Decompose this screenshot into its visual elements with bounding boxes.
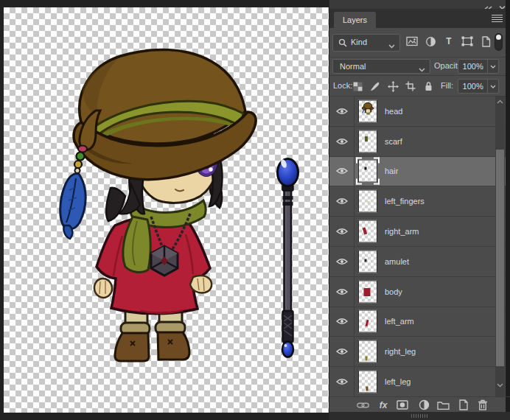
- eye-icon: [336, 378, 348, 385]
- visibility-toggle[interactable]: [329, 307, 354, 337]
- layer-name[interactable]: hair: [385, 167, 398, 175]
- scrollbar-thumb[interactable]: [496, 150, 504, 366]
- eye-icon: [336, 318, 348, 325]
- lock-label: Lock:: [333, 81, 352, 90]
- layer-row[interactable]: left_leg: [329, 367, 510, 396]
- new-group-icon[interactable]: [436, 399, 450, 411]
- panel-menu-icon[interactable]: [492, 15, 503, 24]
- layer-thumbnail[interactable]: [358, 220, 377, 243]
- visibility-toggle[interactable]: [329, 127, 354, 156]
- selection-bracket: [374, 179, 380, 185]
- panel-resize-bar[interactable]: [329, 412, 510, 420]
- panel-tab-bar: Layers: [329, 9, 510, 28]
- layer-row[interactable]: left_arm: [329, 307, 510, 337]
- layer-thumbnail[interactable]: [358, 160, 377, 183]
- layer-row[interactable]: right_leg: [329, 337, 510, 367]
- layer-list: head scarf hair: [329, 97, 510, 396]
- scroll-down-icon[interactable]: [495, 380, 505, 391]
- layer-row[interactable]: scarf: [329, 127, 510, 157]
- layer-name[interactable]: amulet: [385, 257, 409, 266]
- new-layer-icon[interactable]: [456, 399, 469, 411]
- delete-layer-icon[interactable]: [476, 399, 489, 411]
- pixel-layer-filter-icon[interactable]: [406, 35, 418, 47]
- thumb-mark: [366, 386, 368, 391]
- layer-name[interactable]: left_fingers: [385, 197, 425, 206]
- layer-thumbnail[interactable]: [358, 130, 377, 153]
- visibility-toggle[interactable]: [329, 367, 354, 396]
- thumb-mark: [365, 136, 368, 141]
- layer-mask-icon[interactable]: [396, 399, 409, 411]
- chevron-down-icon: [388, 41, 395, 50]
- layer-name[interactable]: head: [385, 107, 402, 116]
- visibility-toggle[interactable]: [329, 186, 354, 216]
- layer-thumbnail[interactable]: [358, 371, 377, 393]
- layer-row[interactable]: right_arm: [329, 217, 510, 247]
- visibility-toggle[interactable]: [329, 217, 354, 246]
- thumb-mark: [363, 227, 368, 234]
- selection-bracket: [374, 158, 380, 164]
- layer-name[interactable]: right_leg: [385, 347, 416, 356]
- lock-row: Lock: Fill: 100%: [329, 76, 510, 97]
- layer-name[interactable]: right_arm: [385, 227, 419, 236]
- layer-thumbnail[interactable]: [358, 280, 377, 303]
- thumb-mark: [364, 288, 371, 296]
- eye-icon: [336, 108, 348, 115]
- layers-panel-footer: fx: [329, 396, 510, 412]
- smart-object-filter-icon[interactable]: [480, 35, 492, 47]
- filter-kind-dropdown[interactable]: Kind: [332, 34, 400, 52]
- selection-bracket: [356, 179, 362, 185]
- eye-icon: [336, 197, 348, 205]
- layer-thumbnail[interactable]: [358, 340, 377, 363]
- blend-mode-dropdown[interactable]: Normal: [332, 59, 430, 74]
- thumb-mark: [365, 259, 367, 262]
- shape-layer-filter-icon[interactable]: [461, 35, 473, 47]
- layer-thumbnail[interactable]: [358, 310, 377, 333]
- link-layers-icon[interactable]: [356, 399, 369, 411]
- opacity-input[interactable]: 100%: [458, 59, 499, 74]
- layer-row[interactable]: hair: [329, 157, 510, 187]
- transparency-checkerboard[interactable]: [4, 7, 329, 413]
- visibility-toggle[interactable]: [329, 337, 354, 366]
- layer-name[interactable]: body: [385, 287, 402, 296]
- eye-icon: [336, 288, 348, 295]
- fill-label: Fill:: [441, 81, 453, 90]
- chevron-down-icon[interactable]: [487, 80, 498, 93]
- visibility-toggle[interactable]: [329, 97, 354, 126]
- fill-input[interactable]: 100%: [458, 79, 499, 94]
- character-artwork[interactable]: [4, 7, 329, 413]
- staff-graphic: [278, 158, 298, 357]
- layer-thumbnail[interactable]: [358, 190, 377, 213]
- layer-name[interactable]: left_leg: [385, 377, 411, 386]
- layer-name[interactable]: scarf: [385, 137, 402, 146]
- visibility-toggle[interactable]: [329, 157, 354, 186]
- layer-style-icon[interactable]: fx: [377, 399, 390, 411]
- layer-filter-row: Kind T: [329, 28, 510, 57]
- layer-thumbnail[interactable]: [358, 250, 377, 273]
- visibility-toggle[interactable]: [329, 247, 354, 276]
- layer-filter-toggle[interactable]: [495, 33, 503, 51]
- type-layer-filter-icon[interactable]: T: [443, 35, 455, 47]
- resize-grip[interactable]: [411, 414, 427, 418]
- layer-row[interactable]: head: [329, 97, 510, 127]
- search-icon: [338, 38, 347, 49]
- lock-position-icon[interactable]: [387, 80, 399, 92]
- visibility-toggle[interactable]: [329, 277, 354, 307]
- lock-all-icon[interactable]: [422, 80, 434, 92]
- lock-transparent-pixels-icon[interactable]: [352, 80, 363, 92]
- chevron-down-icon[interactable]: [487, 60, 498, 73]
- adjustment-layer-filter-icon[interactable]: [425, 35, 436, 47]
- layer-thumbnail[interactable]: [358, 99, 377, 122]
- lock-artboard-icon[interactable]: [405, 80, 416, 92]
- opacity-value[interactable]: 100%: [458, 60, 487, 73]
- layer-row[interactable]: amulet: [329, 247, 510, 277]
- layer-list-scrollbar[interactable]: [495, 97, 505, 396]
- lock-image-pixels-icon[interactable]: [369, 80, 381, 92]
- layer-row[interactable]: body: [329, 277, 510, 307]
- fill-value[interactable]: 100%: [458, 80, 487, 93]
- scroll-up-icon[interactable]: [495, 97, 505, 107]
- layer-name[interactable]: left_arm: [385, 317, 414, 326]
- tab-layers[interactable]: Layers: [334, 12, 376, 28]
- layer-row[interactable]: left_fingers: [329, 186, 510, 217]
- new-adjustment-layer-icon[interactable]: [417, 399, 430, 411]
- eye-icon: [336, 228, 348, 235]
